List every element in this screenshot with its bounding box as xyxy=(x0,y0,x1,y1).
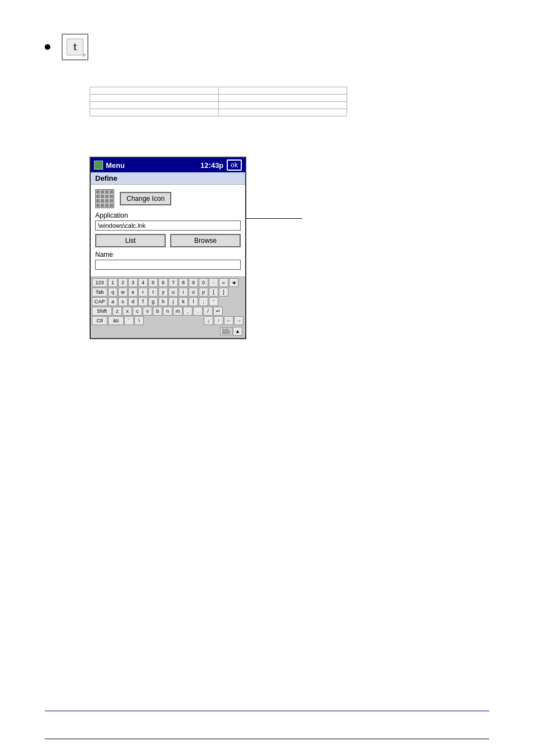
svg-rect-7 xyxy=(222,331,224,332)
top-section: t ↗ xyxy=(45,34,88,60)
key-backtick[interactable]: ` xyxy=(124,316,134,325)
key-4[interactable]: 4 xyxy=(138,278,148,287)
key-slash[interactable]: / xyxy=(203,307,213,316)
icon-row: Change Icon xyxy=(95,189,241,208)
svg-rect-9 xyxy=(228,331,230,332)
table-row xyxy=(90,102,347,109)
bottom-line-blue xyxy=(45,711,489,711)
key-quote[interactable]: ' xyxy=(209,297,218,306)
key-o[interactable]: o xyxy=(189,288,198,297)
key-backspace[interactable]: ◄ xyxy=(229,278,238,287)
key-f[interactable]: f xyxy=(138,297,148,306)
menu-icon xyxy=(94,161,103,170)
key-ctrl[interactable]: Ctl xyxy=(92,316,107,325)
keyboard-row-2: Tab q w e r t y u i o p [ ] xyxy=(92,288,244,297)
table-cell xyxy=(90,109,219,116)
key-d[interactable]: d xyxy=(128,297,138,306)
key-y[interactable]: y xyxy=(158,288,168,297)
key-6[interactable]: 6 xyxy=(158,278,168,287)
key-c[interactable]: c xyxy=(133,307,142,316)
key-j[interactable]: j xyxy=(168,297,178,306)
key-i[interactable]: i xyxy=(179,288,188,297)
shortcut-icon-box: t ↗ xyxy=(62,34,88,60)
keyboard-row-4: Shift z x c v b n m , . / ↵ xyxy=(92,307,244,316)
key-period[interactable]: . xyxy=(193,307,203,316)
key-enter[interactable]: ↵ xyxy=(213,307,223,316)
key-caps[interactable]: CAP xyxy=(92,297,107,306)
key-tab[interactable]: Tab xyxy=(92,288,107,297)
svg-rect-10 xyxy=(222,332,230,334)
key-intl[interactable]: áü xyxy=(108,316,124,325)
application-path-input[interactable] xyxy=(95,220,241,231)
key-comma[interactable]: , xyxy=(183,307,193,316)
key-b[interactable]: b xyxy=(153,307,162,316)
list-browse-row: List Browse xyxy=(95,234,241,247)
info-table xyxy=(90,87,347,116)
svg-rect-5 xyxy=(224,329,226,330)
keyboard-toggle-icon[interactable] xyxy=(220,327,232,335)
table-row xyxy=(90,87,347,95)
svg-rect-1 xyxy=(95,164,100,165)
key-8[interactable]: 8 xyxy=(179,278,188,287)
browse-button[interactable]: Browse xyxy=(170,234,241,247)
key-rbracket[interactable]: ] xyxy=(219,288,228,297)
titlebar-time: 12:43p xyxy=(200,161,223,170)
key-z[interactable]: z xyxy=(113,307,122,316)
list-button[interactable]: List xyxy=(95,234,166,247)
dialog-title: Menu xyxy=(106,161,125,170)
key-q[interactable]: q xyxy=(108,288,118,297)
key-expand[interactable]: ▲ xyxy=(233,327,242,336)
key-g[interactable]: g xyxy=(148,297,158,306)
key-lbracket[interactable]: [ xyxy=(209,288,218,297)
titlebar-right: 12:43p ok xyxy=(200,159,242,171)
key-right[interactable]: → xyxy=(234,316,243,325)
key-9[interactable]: 9 xyxy=(189,278,198,287)
name-input[interactable] xyxy=(95,260,241,270)
key-7[interactable]: 7 xyxy=(168,278,178,287)
key-l[interactable]: l xyxy=(189,297,198,306)
key-minus[interactable]: - xyxy=(209,278,218,287)
key-left[interactable]: ← xyxy=(224,316,233,325)
key-m[interactable]: m xyxy=(173,307,182,316)
key-0[interactable]: 0 xyxy=(199,278,208,287)
key-h[interactable]: h xyxy=(158,297,168,306)
key-x[interactable]: x xyxy=(123,307,132,316)
change-icon-button[interactable]: Change Icon xyxy=(120,192,171,205)
key-backslash[interactable]: \ xyxy=(134,316,144,325)
svg-rect-6 xyxy=(227,329,228,330)
key-down[interactable]: ↓ xyxy=(204,316,213,325)
bottom-line-black xyxy=(45,739,489,739)
table-cell xyxy=(218,102,347,109)
table-cell xyxy=(218,87,347,95)
key-1[interactable]: 1 xyxy=(108,278,118,287)
key-p[interactable]: p xyxy=(199,288,208,297)
key-123[interactable]: 123 xyxy=(92,278,107,287)
table-cell xyxy=(90,87,219,95)
table-row xyxy=(90,109,347,116)
keyboard-row-1: 123 1 2 3 4 5 6 7 8 9 0 - = ◄ xyxy=(92,278,244,287)
key-u[interactable]: u xyxy=(168,288,178,297)
key-r[interactable]: r xyxy=(138,288,148,297)
table-row xyxy=(90,95,347,102)
key-e[interactable]: e xyxy=(128,288,138,297)
shortcut-icon: t xyxy=(67,39,83,55)
key-5[interactable]: 5 xyxy=(148,278,158,287)
key-up[interactable]: ↑ xyxy=(214,316,223,325)
key-k[interactable]: k xyxy=(179,297,188,306)
key-v[interactable]: v xyxy=(143,307,152,316)
keyboard-row-5: Ctl áü ` \ ↓ ↑ ← → xyxy=(92,316,244,325)
key-w[interactable]: w xyxy=(118,288,128,297)
table-cell xyxy=(90,95,219,102)
table-cell xyxy=(90,102,219,109)
key-s[interactable]: s xyxy=(118,297,128,306)
app-icon xyxy=(95,189,114,208)
key-equals[interactable]: = xyxy=(219,278,228,287)
key-semicolon[interactable]: ; xyxy=(199,297,208,306)
key-2[interactable]: 2 xyxy=(118,278,128,287)
ok-button[interactable]: ok xyxy=(227,159,242,171)
key-n[interactable]: n xyxy=(163,307,172,316)
key-shift[interactable]: Shift xyxy=(92,307,112,316)
key-t[interactable]: t xyxy=(148,288,158,297)
key-3[interactable]: 3 xyxy=(128,278,138,287)
key-a[interactable]: a xyxy=(108,297,118,306)
